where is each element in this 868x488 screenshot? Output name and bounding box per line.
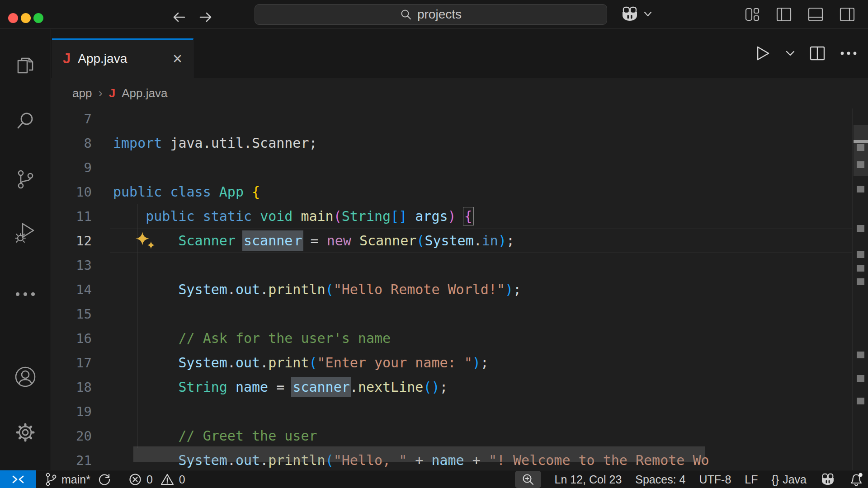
code-line[interactable]: Scanner scanner = new Scanner(System.in)… <box>113 229 514 253</box>
line-number[interactable]: 18 <box>51 375 92 399</box>
run-icon[interactable] <box>754 44 771 62</box>
line-number[interactable]: 8 <box>51 131 92 155</box>
titlebar: projects <box>0 0 868 29</box>
ruler-occurrence-mark <box>857 398 864 404</box>
line-number[interactable]: 17 <box>51 351 92 375</box>
branch-status[interactable]: main* <box>44 472 111 487</box>
horizontal-scrollbar[interactable] <box>133 446 705 462</box>
code-token: Scanner <box>179 233 236 249</box>
sidebar-item-run-debug[interactable] <box>0 216 51 248</box>
editor[interactable]: 78import java.util.Scanner;910public cla… <box>51 108 868 470</box>
split-editor-icon[interactable] <box>809 46 826 61</box>
code-token: System <box>179 282 227 297</box>
code-line[interactable]: public class App { <box>113 180 260 204</box>
code-token <box>456 208 464 224</box>
manage-button[interactable] <box>0 417 51 448</box>
sidebar-item-source-control[interactable] <box>0 164 51 195</box>
command-center-search[interactable]: projects <box>255 4 607 25</box>
encoding-status[interactable]: UTF-8 <box>699 473 731 486</box>
java-file-icon: J <box>63 51 71 67</box>
code-token <box>351 233 359 249</box>
code-line[interactable]: System.out.print("Enter your name: "); <box>113 351 489 375</box>
more-actions-icon[interactable] <box>840 51 857 56</box>
warning-count: 0 <box>179 473 185 486</box>
search-icon <box>400 9 412 20</box>
code-token: ; <box>440 379 448 395</box>
line-number[interactable]: 16 <box>51 326 92 351</box>
breadcrumb-file[interactable]: App.java <box>122 86 167 100</box>
code-line[interactable]: // Ask for the user's name <box>113 326 391 351</box>
code-token: ) <box>448 208 456 224</box>
bell-icon[interactable] <box>849 472 863 487</box>
sidebar-item-explorer[interactable] <box>0 50 51 81</box>
language-label: Java <box>783 473 807 486</box>
zoom-status[interactable] <box>515 471 541 488</box>
line-number[interactable]: 7 <box>51 108 92 131</box>
sidebar-item-additional-views[interactable] <box>0 278 51 310</box>
customize-layout-icon[interactable] <box>744 7 760 22</box>
toggle-primary-sidebar-icon[interactable] <box>776 7 792 22</box>
code-token: println <box>268 282 325 297</box>
code-line[interactable]: String name = scanner.nextLine(); <box>113 375 448 399</box>
code-line[interactable]: import java.util.Scanner; <box>113 131 317 155</box>
forward-arrow-icon[interactable] <box>196 9 214 25</box>
cursor-position-status[interactable]: Ln 12, Col 23 <box>555 473 622 486</box>
line-number[interactable]: 11 <box>51 204 92 229</box>
status-bar: main* 0 0 <box>0 470 868 488</box>
code-token: App <box>219 184 244 200</box>
line-number[interactable]: 9 <box>51 155 92 180</box>
copilot-icon[interactable] <box>820 473 835 486</box>
code-token <box>227 379 236 395</box>
branch-name: main* <box>61 473 90 486</box>
line-number[interactable]: 20 <box>51 424 92 448</box>
line-number[interactable]: 19 <box>51 399 92 424</box>
close-tab-icon[interactable]: × <box>173 52 182 66</box>
toggle-panel-icon[interactable] <box>807 7 824 22</box>
code-token: Scanner <box>359 233 416 249</box>
remote-indicator[interactable] <box>0 470 36 488</box>
toggle-secondary-sidebar-icon[interactable] <box>839 7 855 22</box>
close-window-button[interactable] <box>8 13 18 23</box>
line-number[interactable]: 21 <box>51 448 92 470</box>
language-status[interactable]: {} Java <box>771 473 807 486</box>
overview-ruler <box>852 108 868 470</box>
tab-bar: J App.java × <box>51 29 868 78</box>
code-token: nextLine <box>358 379 424 395</box>
line-number[interactable]: 12 <box>51 229 92 253</box>
code-line[interactable]: System.out.println("Hello Remote World!"… <box>113 277 521 302</box>
line-number[interactable]: 13 <box>51 253 92 277</box>
code-token <box>244 184 252 200</box>
line-number[interactable]: 14 <box>51 277 92 302</box>
line-number[interactable]: 10 <box>51 180 92 204</box>
code-line[interactable]: // Greet the user <box>113 424 317 448</box>
accounts-button[interactable] <box>0 361 51 393</box>
files-icon <box>15 55 36 76</box>
minimize-window-button[interactable] <box>21 13 31 23</box>
code-token: java.util.Scanner; <box>162 135 317 151</box>
copilot-menu-button[interactable] <box>620 6 652 22</box>
maximize-window-button[interactable] <box>33 13 43 23</box>
chevron-down-icon[interactable] <box>786 50 795 56</box>
ruler-occurrence-mark <box>857 265 864 272</box>
code-token: { <box>464 208 472 224</box>
code-token <box>195 208 203 224</box>
eol-status[interactable]: LF <box>745 473 758 486</box>
line-number[interactable]: 15 <box>51 302 92 326</box>
ruler-occurrence-mark <box>857 225 864 232</box>
sidebar-item-search[interactable] <box>0 105 51 136</box>
language-mode-icon: {} <box>771 473 779 486</box>
code-token <box>211 184 219 200</box>
zoom-in-icon <box>521 473 535 486</box>
code-token: // Ask for the user's name <box>179 330 391 346</box>
code-line[interactable]: public static void main(String[] args) { <box>113 204 472 229</box>
ruler-occurrence-mark <box>857 352 864 358</box>
code-token <box>113 282 179 297</box>
code-token: out <box>236 355 260 371</box>
back-arrow-icon[interactable] <box>171 9 189 25</box>
code-token: main <box>301 208 333 224</box>
problems-status[interactable]: 0 0 <box>128 473 185 486</box>
indentation-status[interactable]: Spaces: 4 <box>635 473 685 486</box>
code-token: . <box>474 233 482 249</box>
breadcrumb-folder[interactable]: app <box>72 86 92 100</box>
tab-app-java[interactable]: J App.java × <box>52 38 193 78</box>
